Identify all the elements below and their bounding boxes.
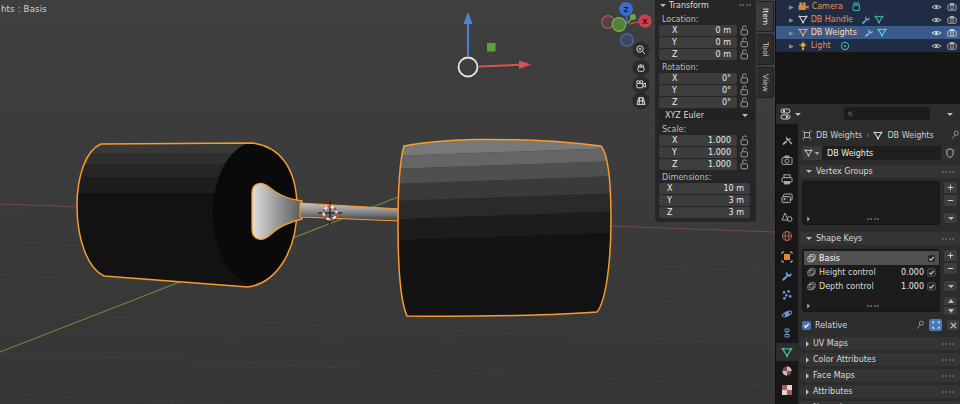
outliner-row-light[interactable]: ▶ Light: [776, 39, 960, 52]
disclosure-icon[interactable]: ▶: [789, 42, 794, 49]
modifier-icon[interactable]: [864, 28, 874, 38]
tab-world-properties[interactable]: [776, 227, 798, 245]
shape-key-basis[interactable]: Basis: [804, 251, 939, 265]
vertex-group-add-button[interactable]: [943, 181, 958, 194]
camera-data-icon[interactable]: [852, 2, 863, 12]
tab-render-properties[interactable]: [776, 151, 798, 169]
modifier-icon[interactable]: [861, 15, 871, 25]
tab-output-properties[interactable]: [776, 170, 798, 188]
list-expand-icon[interactable]: [807, 217, 809, 222]
tab-object-properties[interactable]: [776, 248, 798, 266]
list-resize-grip[interactable]: [867, 305, 879, 307]
list-expand-icon[interactable]: [807, 304, 809, 309]
tab-texture-properties[interactable]: [776, 381, 798, 399]
tab-particle-properties[interactable]: [776, 286, 798, 304]
tab-tool-properties[interactable]: [776, 132, 798, 150]
tab-material-properties[interactable]: [776, 362, 798, 380]
editor-type-selector[interactable]: [780, 108, 801, 120]
shape-key-lock-pin-icon[interactable]: [916, 320, 925, 330]
tab-item[interactable]: Item: [757, 1, 774, 32]
rotation-mode-dropdown[interactable]: XYZ Euler: [659, 110, 754, 121]
mesh-data-icon[interactable]: [874, 15, 884, 24]
mesh-data-icon[interactable]: [877, 28, 887, 37]
shape-key-edit-mode-button[interactable]: [929, 319, 942, 331]
tab-modifier-properties[interactable]: [776, 267, 798, 285]
shape-key-move-up-button[interactable]: [943, 296, 958, 306]
shape-key-move-down-button[interactable]: [943, 306, 958, 316]
shape-keys-panel-header[interactable]: Shape Keys: [800, 232, 960, 245]
pan-hand-button[interactable]: [633, 60, 650, 77]
list-resize-grip[interactable]: [867, 218, 879, 220]
lock-open-icon[interactable]: [740, 159, 749, 170]
tab-tool[interactable]: Tool: [757, 34, 774, 65]
outliner-row-db-handle[interactable]: ▶ DB Handle: [776, 13, 960, 26]
navigation-gizmo[interactable]: Z X: [602, 2, 652, 46]
location-x-field[interactable]: X0 m: [659, 25, 737, 36]
scale-x-field[interactable]: X1.000: [659, 135, 737, 146]
face-maps-panel-header[interactable]: Face Maps: [800, 369, 960, 382]
shape-key-checkbox[interactable]: [927, 254, 936, 263]
shape-key-add-button[interactable]: [943, 249, 958, 262]
disable-render-icon[interactable]: [947, 41, 957, 50]
vertex-group-remove-button[interactable]: [943, 194, 958, 207]
outliner-row-db-weights[interactable]: ▶ DB Weights: [776, 26, 960, 39]
disclosure-icon[interactable]: ▶: [789, 16, 794, 23]
zoom-button[interactable]: [633, 42, 650, 59]
hide-eye-icon[interactable]: [931, 42, 942, 50]
disable-render-icon[interactable]: [947, 15, 957, 24]
outliner-row-camera[interactable]: ▶ Camera: [776, 0, 960, 13]
shape-key-height-control[interactable]: Height control 0.000: [804, 265, 939, 279]
tab-constraint-properties[interactable]: [776, 324, 798, 342]
transform-panel-header[interactable]: Transform: [655, 0, 756, 10]
scale-y-field[interactable]: Y1.000: [659, 147, 737, 158]
clear-button[interactable]: [946, 319, 960, 331]
ortho-toggle-button[interactable]: [633, 93, 650, 110]
disclosure-icon[interactable]: ▶: [789, 29, 794, 36]
panel-grip[interactable]: [739, 4, 751, 6]
scale-z-field[interactable]: Z1.000: [659, 159, 737, 170]
shape-key-checkbox[interactable]: [927, 282, 936, 291]
color-attributes-panel-header[interactable]: Color Attributes: [800, 353, 960, 366]
rotation-z-field[interactable]: Z0°: [659, 97, 737, 108]
tab-physics-properties[interactable]: [776, 305, 798, 323]
tab-scene-properties[interactable]: [776, 208, 798, 226]
vertex-group-specials-button[interactable]: [943, 212, 958, 224]
shape-key-depth-control[interactable]: Depth control 1.000: [804, 279, 939, 293]
dumbbell-handle[interactable]: [252, 183, 400, 239]
move-gizmo[interactable]: [459, 12, 532, 77]
disable-render-icon[interactable]: [947, 28, 957, 37]
lock-open-icon[interactable]: [740, 135, 749, 146]
tab-view[interactable]: View: [757, 67, 774, 98]
shape-key-remove-button[interactable]: [943, 262, 958, 275]
lock-open-icon[interactable]: [740, 25, 749, 36]
breadcrumb-data[interactable]: DB Weights: [887, 131, 933, 140]
dumbbell-right-weight[interactable]: [378, 121, 636, 351]
location-y-field[interactable]: Y0 m: [659, 37, 737, 48]
camera-view-button[interactable]: [633, 77, 650, 94]
shape-key-value[interactable]: 1.000: [901, 282, 924, 291]
dimensions-z-field[interactable]: Z3 m: [659, 207, 750, 218]
hide-eye-icon[interactable]: [931, 3, 942, 11]
lock-open-icon[interactable]: [740, 97, 749, 108]
datablock-name-field[interactable]: DB Weights: [822, 146, 941, 160]
light-data-icon[interactable]: [840, 41, 850, 51]
filter-dropdown-icon[interactable]: [947, 113, 953, 116]
lock-open-icon[interactable]: [740, 37, 749, 48]
relative-checkbox[interactable]: [802, 321, 811, 330]
tab-view-layer-properties[interactable]: [776, 189, 798, 207]
pin-icon[interactable]: [951, 130, 960, 140]
lock-open-icon[interactable]: [740, 49, 749, 60]
rotation-x-field[interactable]: X0°: [659, 73, 737, 84]
disable-render-icon[interactable]: [947, 2, 957, 11]
lock-open-icon[interactable]: [740, 73, 749, 84]
location-z-field[interactable]: Z0 m: [659, 49, 737, 60]
vertex-groups-panel-header[interactable]: Vertex Groups: [800, 165, 960, 178]
shape-key-checkbox[interactable]: [927, 268, 936, 277]
vertex-groups-list[interactable]: [802, 181, 940, 225]
dimensions-x-field[interactable]: X10 m: [659, 183, 750, 194]
3d-viewport[interactable]: Z X: [0, 0, 775, 404]
lock-open-icon[interactable]: [740, 85, 749, 96]
uv-maps-panel-header[interactable]: UV Maps: [800, 337, 960, 350]
dimensions-y-field[interactable]: Y3 m: [659, 195, 750, 206]
tab-object-data-properties[interactable]: [776, 343, 798, 361]
